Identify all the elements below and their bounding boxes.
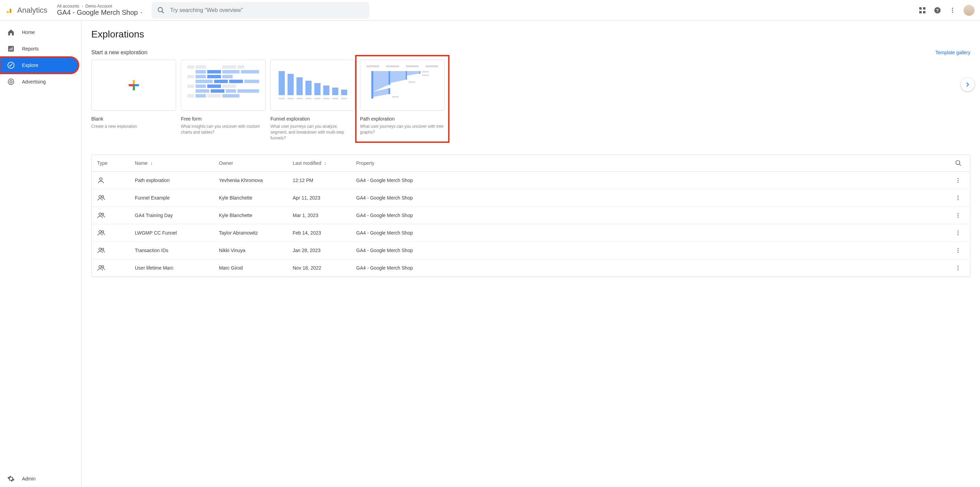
svg-rect-30 xyxy=(422,75,429,76)
more-vert-icon[interactable] xyxy=(948,6,957,14)
col-name[interactable]: Name↓ xyxy=(129,155,213,172)
reports-icon xyxy=(7,45,15,53)
card-funnel[interactable]: Funnel exploration What user journeys ca… xyxy=(270,60,355,141)
chevron-right-icon xyxy=(81,5,84,8)
card-blank[interactable]: Blank Create a new exploration xyxy=(91,60,176,141)
svg-rect-17 xyxy=(9,49,10,51)
row-menu-button[interactable] xyxy=(955,230,964,236)
svg-rect-7 xyxy=(919,7,922,10)
svg-rect-28 xyxy=(420,71,421,74)
card-title: Blank xyxy=(91,116,176,121)
table-row[interactable]: Funnel ExampleKyle BlanchetteApr 11, 202… xyxy=(92,189,970,207)
cell-modified: Apr 11, 2023 xyxy=(287,189,351,207)
advertising-icon xyxy=(7,78,15,86)
table-row[interactable]: Path explorationYevheniia Khromova12:12 … xyxy=(92,172,970,189)
svg-point-59 xyxy=(99,266,101,268)
sidebar-item-advertising[interactable]: Advertising xyxy=(0,73,79,90)
search-icon xyxy=(157,6,165,14)
svg-point-48 xyxy=(958,217,959,218)
sidebar-item-admin[interactable]: Admin xyxy=(0,471,79,487)
search-box[interactable] xyxy=(152,2,369,19)
sidebar: Home Reports Explore Advertising Admin xyxy=(0,21,82,487)
card-title: Funnel exploration xyxy=(270,116,355,121)
row-menu-button[interactable] xyxy=(955,247,964,254)
card-desc: What user journeys can you uncover with … xyxy=(360,124,445,135)
svg-point-55 xyxy=(102,248,103,251)
sidebar-item-reports[interactable]: Reports xyxy=(0,40,79,57)
svg-point-38 xyxy=(958,182,959,183)
table-row[interactable]: GA4 Training DayKyle BlanchetteMar 1, 20… xyxy=(92,207,970,224)
help-icon[interactable]: ? xyxy=(933,6,942,14)
property-name: GA4 - Google Merch Shop xyxy=(57,9,138,16)
svg-point-52 xyxy=(958,233,959,233)
apps-icon[interactable] xyxy=(918,6,926,14)
row-menu-button[interactable] xyxy=(955,212,964,219)
sort-down-icon: ↓ xyxy=(324,160,326,166)
col-owner[interactable]: Owner xyxy=(213,155,287,172)
home-icon xyxy=(7,28,15,37)
cell-modified: Jan 28, 2023 xyxy=(287,242,351,259)
svg-point-61 xyxy=(958,266,959,267)
group-icon xyxy=(97,229,124,236)
svg-point-46 xyxy=(958,213,959,214)
search-icon xyxy=(955,160,962,166)
table-row[interactable]: LWGMP CC FunnelTaylor AbramowitzFeb 14, … xyxy=(92,224,970,242)
col-property[interactable]: Property xyxy=(351,155,950,172)
card-path[interactable]: Path exploration What user journeys can … xyxy=(360,60,445,141)
svg-point-35 xyxy=(100,178,102,180)
svg-point-37 xyxy=(958,180,959,181)
card-free-form[interactable]: Free form What insights can you uncover … xyxy=(181,60,266,141)
breadcrumb-all: All accounts xyxy=(57,4,79,9)
sidebar-item-label: Advertising xyxy=(22,79,46,85)
plus-icon xyxy=(129,80,139,90)
avatar[interactable] xyxy=(964,5,975,16)
sidebar-item-home[interactable]: Home xyxy=(0,24,79,40)
svg-point-51 xyxy=(958,231,959,232)
group-icon xyxy=(97,247,124,254)
cell-owner: Kyle Blanchette xyxy=(213,189,287,207)
card-title: Free form xyxy=(181,116,266,121)
col-search[interactable] xyxy=(950,155,970,172)
row-menu-button[interactable] xyxy=(955,195,964,201)
sidebar-item-label: Reports xyxy=(22,46,39,51)
svg-point-47 xyxy=(958,215,959,216)
account-selector[interactable]: All accounts Demo Account GA4 - Google M… xyxy=(57,4,143,16)
explorations-table: Type Name↓ Owner Last modified↓ Property… xyxy=(91,155,970,277)
cell-name: User lifetime Marc xyxy=(129,259,213,277)
next-arrow-button[interactable] xyxy=(961,78,975,91)
template-cards: Blank Create a new exploration F xyxy=(91,60,970,141)
sort-down-icon: ↓ xyxy=(150,160,153,166)
main: Explorations Start a new exploration Tem… xyxy=(82,21,980,487)
svg-rect-31 xyxy=(409,81,415,83)
breadcrumb-account: Demo Account xyxy=(86,4,112,9)
svg-point-54 xyxy=(99,248,101,251)
sidebar-item-label: Explore xyxy=(22,62,38,68)
svg-point-57 xyxy=(958,250,959,251)
template-gallery-link[interactable]: Template gallery xyxy=(935,50,970,55)
svg-rect-19 xyxy=(12,47,13,50)
svg-point-44 xyxy=(99,213,101,216)
svg-point-14 xyxy=(952,10,953,11)
svg-text:?: ? xyxy=(936,8,939,13)
sidebar-item-explore[interactable]: Explore xyxy=(0,57,79,73)
cell-modified: 12:12 PM xyxy=(287,172,351,189)
table-row[interactable]: User lifetime MarcMarc GirodNov 18, 2022… xyxy=(92,259,970,277)
svg-point-39 xyxy=(99,196,101,198)
svg-point-62 xyxy=(958,268,959,268)
analytics-logo-icon xyxy=(5,6,14,14)
logo-block[interactable]: Analytics xyxy=(5,6,47,15)
svg-point-49 xyxy=(99,231,101,233)
svg-rect-26 xyxy=(406,71,407,80)
row-menu-button[interactable] xyxy=(955,177,964,184)
cell-property: GA4 - Google Merch Shop xyxy=(351,189,950,207)
col-modified[interactable]: Last modified↓ xyxy=(287,155,351,172)
svg-point-42 xyxy=(958,198,959,198)
cell-owner: Nikki Vinuya xyxy=(213,242,287,259)
product-name: Analytics xyxy=(17,6,47,15)
svg-point-63 xyxy=(958,269,959,270)
table-row[interactable]: Transaction IDsNikki VinuyaJan 28, 2023G… xyxy=(92,242,970,259)
col-type[interactable]: Type xyxy=(92,155,129,172)
search-input[interactable] xyxy=(170,7,364,13)
svg-point-15 xyxy=(952,12,953,13)
row-menu-button[interactable] xyxy=(955,265,964,271)
